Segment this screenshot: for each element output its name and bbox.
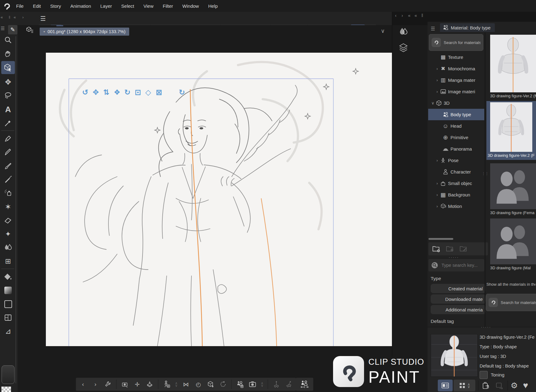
flip-model-icon[interactable]: ⋈	[182, 380, 190, 388]
camera-rotate-icon[interactable]: ↺	[82, 88, 88, 97]
tree-item-partial[interactable]	[428, 212, 484, 218]
add-figure-icon[interactable]	[163, 380, 171, 388]
tree-item-panorama[interactable]: Panorama	[428, 143, 484, 155]
decoration-tool[interactable]: ✶	[1, 201, 15, 212]
search-materials-button[interactable]: Search for materials or	[429, 34, 483, 51]
edit-folder-button[interactable]	[459, 245, 468, 252]
created-material-button[interactable]: Created material	[431, 284, 486, 293]
camera-pan-icon[interactable]: ✥	[93, 88, 99, 97]
list-view-button[interactable]	[438, 380, 453, 391]
grid-view-button[interactable]: ∧ ∨	[454, 380, 475, 391]
shape-tool[interactable]	[1, 298, 15, 310]
material-thumbnail[interactable]	[490, 218, 536, 264]
menu-help[interactable]: Help	[208, 3, 218, 9]
spinner-down-icon[interactable]: ∨	[175, 384, 178, 387]
rotate-loop-icon[interactable]	[219, 380, 227, 388]
panel-expand-right-icon[interactable]: ›	[22, 15, 24, 20]
add-people-icon[interactable]	[236, 380, 244, 388]
command-menu-icon[interactable]: ☰	[40, 15, 46, 22]
camera-spinner[interactable]: ∧ ∨	[261, 382, 263, 387]
new-folder-button[interactable]	[432, 245, 440, 252]
material-panel-tab[interactable]: Material: Body type	[440, 23, 495, 32]
blend-tool[interactable]	[1, 242, 15, 253]
figure-tool[interactable]: ⊞	[1, 256, 15, 267]
pen-tool[interactable]	[1, 133, 15, 144]
subtool-detail-icon[interactable]	[25, 26, 34, 34]
material-menu-icon[interactable]: ☰	[431, 26, 435, 32]
camera-angle-icon[interactable]	[121, 380, 129, 388]
toolbar-menu-icon[interactable]: ☰	[1, 26, 5, 31]
airbrush-tool[interactable]	[1, 174, 15, 185]
gear-icon[interactable]: ⚙	[511, 381, 518, 390]
color-blend-panel-icon[interactable]	[398, 27, 408, 37]
search-keyword-input[interactable]	[441, 262, 482, 268]
object-snap-ground-icon[interactable]: ⊠	[156, 88, 162, 97]
tab-bar-expand-icon[interactable]: ∨	[381, 28, 385, 34]
delete-folder-button[interactable]	[446, 245, 454, 252]
tree-item-small-object[interactable]: › Small objec	[428, 178, 484, 189]
downloaded-material-button[interactable]: Downloaded mate	[431, 294, 486, 304]
material-thumbnail[interactable]	[490, 35, 536, 92]
menu-file[interactable]: File	[16, 3, 24, 9]
tree-item-body-type[interactable]: Body type	[428, 109, 484, 120]
strip-collapse-all-icon[interactable]: «	[408, 13, 411, 18]
thumbnail-size-spinner[interactable]: ∧ ∨	[468, 383, 470, 388]
figure-spinner[interactable]: ∧ ∨	[175, 382, 178, 387]
tree-item-pose[interactable]: › Pose	[428, 155, 484, 166]
tree-item-image-material[interactable]: › Image materi	[428, 86, 484, 97]
layers-panel-icon[interactable]	[398, 42, 408, 52]
menu-filter[interactable]: Filter	[163, 3, 173, 9]
launcher-next-icon[interactable]: ›	[91, 380, 99, 388]
search-materials-button-2[interactable]: Search for materials o	[486, 294, 536, 311]
drop-to-ground-icon[interactable]	[146, 380, 154, 388]
line-tool[interactable]: ⊿	[1, 326, 15, 337]
menu-view[interactable]: View	[143, 3, 153, 9]
tree-item-motion[interactable]: › Motion	[428, 200, 484, 212]
tree-item-texture[interactable]: ▩ Texture	[428, 51, 484, 63]
panel-splitter[interactable]	[485, 33, 485, 327]
tree-item-manga-material[interactable]: › ▥ Manga mater	[428, 74, 484, 86]
export-material-button[interactable]	[495, 381, 504, 390]
splitter-grip-icon[interactable]: ⋮⋮	[484, 173, 487, 174]
spinner-down-icon[interactable]: ∨	[468, 385, 470, 388]
tree-horizontal-scrollbar[interactable]	[428, 238, 453, 240]
camera-zoom-icon[interactable]: ⇅	[103, 88, 109, 97]
menu-story[interactable]: Story	[50, 3, 61, 9]
reset-rotation-icon[interactable]: ↻	[179, 88, 185, 97]
gradient-tool[interactable]	[1, 285, 15, 296]
document-tab[interactable]: ● 001.png* (1280 x 904px 72dpi 133.7%)	[40, 28, 129, 36]
pencil-tool[interactable]	[1, 147, 15, 158]
eyedropper-tool[interactable]	[1, 117, 15, 129]
strip-collapse-left-icon[interactable]: ‹	[395, 13, 397, 18]
brush-tool[interactable]	[1, 160, 15, 171]
material-thumbnail[interactable]	[490, 163, 536, 209]
zoom-tool[interactable]	[1, 34, 15, 46]
favorite-heart-icon[interactable]: ♥	[523, 381, 528, 390]
material-search-field[interactable]	[428, 259, 484, 271]
eraser-tool[interactable]	[1, 215, 15, 226]
detail-splitter-dots-icon[interactable]: ·····	[481, 324, 491, 329]
tree-item-background[interactable]: › ▦ Backgroun	[428, 189, 484, 200]
lasso-select-tool[interactable]	[1, 90, 15, 101]
object-rotate-icon[interactable]: ↻	[124, 88, 130, 97]
pose-timer-icon[interactable]: ◴	[194, 380, 202, 388]
strip-grip-icon[interactable]: ‖	[421, 13, 423, 18]
sidebar-scrollbar[interactable]	[15, 36, 16, 383]
menu-window[interactable]: Window	[182, 3, 199, 9]
strip-expand-right-icon[interactable]: ›	[402, 13, 403, 18]
object-rotate-x-icon[interactable]: ◇	[145, 88, 151, 97]
text-tool[interactable]: A	[1, 104, 15, 115]
body-scale-button[interactable]	[296, 378, 313, 391]
hand-tool[interactable]	[1, 48, 15, 59]
panel-collapse-left-icon[interactable]: «	[1, 15, 3, 20]
tree-item-head[interactable]: ☺ Head	[428, 120, 484, 132]
drawing-canvas[interactable]	[46, 53, 392, 346]
spinner-down-icon[interactable]: ∨	[261, 384, 263, 387]
fill-tool[interactable]	[1, 271, 15, 282]
menu-layer[interactable]: Layer	[100, 3, 112, 9]
cube-drop-icon[interactable]	[207, 380, 215, 388]
tree-item-monochromatic[interactable]: › ✖ Monochroma	[428, 63, 484, 74]
tree-item-character[interactable]: Character	[428, 166, 484, 178]
wrench-icon[interactable]	[104, 380, 112, 388]
menu-select[interactable]: Select	[121, 3, 134, 9]
